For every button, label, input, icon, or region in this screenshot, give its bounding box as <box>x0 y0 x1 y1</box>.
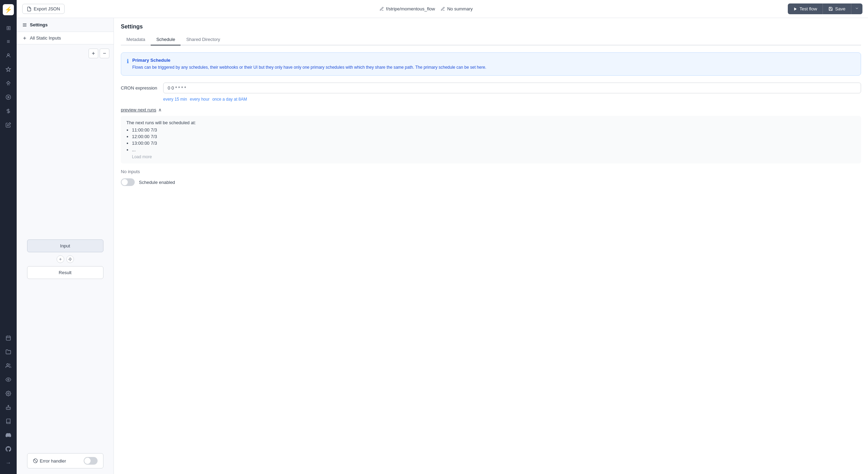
zoom-out-button[interactable]: − <box>100 49 109 58</box>
preview-runs-chevron: ∧ <box>158 107 162 112</box>
save-dropdown-button[interactable] <box>851 3 862 14</box>
sidebar-item-list[interactable]: ≡ <box>2 35 15 48</box>
test-flow-button[interactable]: Test flow <box>788 3 823 14</box>
schedule-enabled-row: Schedule enabled <box>121 178 861 186</box>
schedule-enabled-label: Schedule enabled <box>139 180 175 185</box>
svg-point-12 <box>8 393 9 394</box>
svg-marker-25 <box>68 257 72 261</box>
result-node[interactable]: Result <box>27 266 103 279</box>
right-panel: Settings Metadata Schedule Shared Direct… <box>114 18 868 474</box>
svg-marker-5 <box>7 122 10 126</box>
sidebar-item-user[interactable] <box>2 49 15 62</box>
tabs-container: Metadata Schedule Shared Directory <box>121 34 861 45</box>
lightning-button[interactable] <box>66 255 74 263</box>
svg-marker-17 <box>794 7 796 10</box>
static-inputs-label: All Static Inputs <box>30 35 61 41</box>
run-item-1: 11:00:00 7/3 <box>132 127 856 133</box>
sidebar-item-team[interactable] <box>2 359 15 372</box>
result-node-label: Result <box>59 270 72 275</box>
preview-runs-body: The next runs will be scheduled at: 11:0… <box>121 116 861 163</box>
schedule-toggle-knob <box>122 179 128 185</box>
sidebar-item-eye[interactable] <box>2 373 15 386</box>
svg-marker-3 <box>8 96 9 98</box>
save-label: Save <box>835 6 845 11</box>
logo-symbol: ⚡ <box>5 6 12 14</box>
sidebar-item-dollar[interactable] <box>2 105 15 117</box>
left-navigation: ⚡ ⊞ ≡ <box>0 0 17 474</box>
load-more-link[interactable]: Load more <box>132 154 856 159</box>
test-flow-label: Test flow <box>800 6 817 11</box>
settings-label: Settings <box>30 22 48 27</box>
breadcrumb-file[interactable]: f/stripe/momentous_flow <box>379 6 435 11</box>
tab-schedule[interactable]: Schedule <box>151 34 181 45</box>
flow-connector <box>57 252 74 266</box>
sidebar-item-star[interactable] <box>2 63 15 76</box>
add-node-button[interactable] <box>57 255 64 263</box>
info-box-content: Primary Schedule Flows can be triggered … <box>132 58 486 70</box>
sidebar-item-collapse[interactable]: → <box>2 457 15 469</box>
sidebar-item-plugin[interactable] <box>2 119 15 131</box>
sidebar-item-home[interactable] <box>2 77 15 90</box>
svg-point-10 <box>7 364 8 365</box>
settings-header[interactable]: Settings <box>17 18 114 32</box>
cron-input[interactable] <box>163 83 861 93</box>
sidebar-item-github[interactable] <box>2 443 15 455</box>
run-item-3: 13:00:00 7/3 <box>132 141 856 146</box>
info-icon: ℹ <box>127 58 129 70</box>
error-handler: Error handler <box>27 453 103 468</box>
content-area: Settings All Static Inputs + − Input <box>17 18 868 474</box>
error-handler-toggle[interactable] <box>84 457 98 465</box>
info-title: Primary Schedule <box>132 58 486 63</box>
main-container: Export JSON f/stripe/momentous_flow No s… <box>17 0 868 474</box>
input-node[interactable]: Input <box>27 239 103 252</box>
error-handler-label: Error handler <box>33 458 80 464</box>
error-handler-text: Error handler <box>40 458 66 464</box>
sidebar-item-play[interactable] <box>2 91 15 103</box>
breadcrumb-summary-text: No summary <box>447 6 473 11</box>
zoom-in-button[interactable]: + <box>89 49 98 58</box>
preview-runs-section: preview next runs ∧ The next runs will b… <box>121 107 861 163</box>
cron-presets: every 15 min every hour once a day at 8A… <box>163 97 861 102</box>
breadcrumb-summary[interactable]: No summary <box>441 6 473 11</box>
export-btn-label: Export JSON <box>34 6 60 11</box>
info-text: Flows can be triggered by any schedules,… <box>132 64 486 70</box>
svg-point-11 <box>8 379 9 380</box>
static-inputs-header[interactable]: All Static Inputs <box>17 32 114 44</box>
right-panel-title: Settings <box>121 24 861 30</box>
app-logo: ⚡ <box>3 4 14 15</box>
preview-runs-header[interactable]: preview next runs ∧ <box>121 107 861 112</box>
sidebar-item-grid[interactable]: ⊞ <box>2 22 15 34</box>
sidebar-item-folder[interactable] <box>2 346 15 358</box>
no-inputs-label: No inputs <box>121 169 861 174</box>
sidebar-item-settings[interactable] <box>2 387 15 400</box>
preset-hourly[interactable]: every hour <box>190 97 210 102</box>
save-button[interactable]: Save <box>823 3 851 14</box>
sidebar-item-bot[interactable] <box>2 401 15 414</box>
flow-nodes-container: Input Result <box>17 44 114 474</box>
svg-line-27 <box>34 459 36 462</box>
svg-marker-1 <box>6 67 10 71</box>
canvas-controls: + − <box>89 49 109 58</box>
sidebar-item-discord[interactable] <box>2 429 15 441</box>
breadcrumb-file-text: f/stripe/momentous_flow <box>386 6 435 11</box>
preset-daily-8am[interactable]: once a day at 8AM <box>212 97 247 102</box>
tab-shared-directory[interactable]: Shared Directory <box>181 34 226 45</box>
right-panel-content: ℹ Primary Schedule Flows can be triggere… <box>114 45 868 193</box>
preset-15min[interactable]: every 15 min <box>163 97 187 102</box>
sidebar-item-calendar[interactable] <box>2 332 15 344</box>
svg-rect-6 <box>6 336 10 340</box>
breadcrumb-area: f/stripe/momentous_flow No summary <box>69 6 784 11</box>
tab-metadata[interactable]: Metadata <box>121 34 151 45</box>
top-bar-actions: Test flow Save <box>788 3 862 14</box>
primary-schedule-info: ℹ Primary Schedule Flows can be triggere… <box>121 52 861 76</box>
run-item-2: 12:00:00 7/3 <box>132 134 856 139</box>
cron-row: CRON expression <box>121 83 861 93</box>
sidebar-item-book[interactable] <box>2 415 15 428</box>
preview-runs-label: preview next runs <box>121 107 156 112</box>
right-panel-header: Settings Metadata Schedule Shared Direct… <box>114 18 868 45</box>
export-json-button[interactable]: Export JSON <box>22 4 65 14</box>
top-bar: Export JSON f/stripe/momentous_flow No s… <box>17 0 868 18</box>
toggle-knob <box>84 458 91 464</box>
schedule-enabled-toggle[interactable] <box>121 178 135 186</box>
svg-point-2 <box>6 95 10 99</box>
